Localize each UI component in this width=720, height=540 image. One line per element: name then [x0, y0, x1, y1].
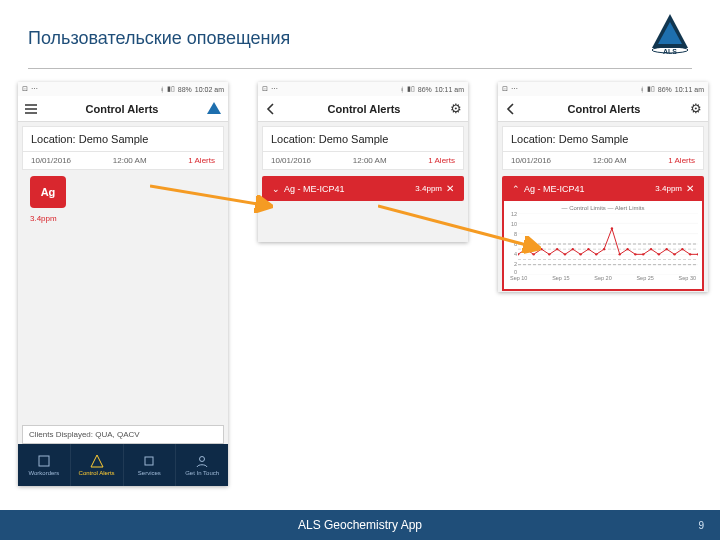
appbar-title: Control Alerts	[86, 103, 159, 115]
svg-point-24	[548, 253, 550, 255]
svg-point-30	[595, 253, 597, 255]
svg-point-28	[579, 253, 581, 255]
signal-icon: ▮▯	[647, 85, 655, 93]
tab-control-alerts[interactable]: Control Alerts	[71, 444, 124, 486]
chart-x-axis: Sep 10 Sep 15 Sep 20 Sep 25 Sep 30	[508, 275, 698, 281]
meta-row: 10/01/2016 12:00 AM 1 Alerts	[502, 152, 704, 170]
tab-workorders[interactable]: Workorders	[18, 444, 71, 486]
tab-label: Services	[138, 470, 161, 476]
alert-row-expanded[interactable]: ⌃Ag - ME-ICP41 3.4ppm✕	[502, 176, 704, 201]
status-time: 10:11 am	[435, 86, 464, 93]
appbar-title: Control Alerts	[328, 103, 401, 115]
battery-text: 86%	[658, 86, 672, 93]
alert-row-collapsed[interactable]: ⌄Ag - ME-ICP41 3.4ppm✕	[262, 176, 464, 201]
signal-icon: ▮▯	[167, 85, 175, 93]
meta-row: 10/01/2016 12:00 AM 1 Alerts	[262, 152, 464, 170]
svg-text:ALS: ALS	[663, 48, 677, 55]
tab-services[interactable]: Services	[124, 444, 177, 486]
bottom-tabbar: Workorders Control Alerts Services Get I…	[18, 444, 228, 486]
screenshot-icon: ⊡	[262, 85, 268, 93]
close-icon[interactable]: ✕	[686, 183, 694, 194]
back-icon[interactable]	[264, 102, 278, 116]
svg-point-26	[564, 253, 566, 255]
location-header[interactable]: Location: Demo Sample	[22, 126, 224, 152]
bluetooth-icon: ᚼ	[640, 86, 644, 93]
svg-point-33	[619, 253, 621, 255]
alert-count: 1 Alerts	[668, 156, 695, 165]
footer-title: ALS Geochemistry App	[298, 518, 422, 532]
status-time: 10:02 am	[195, 86, 224, 93]
slide-footer: ALS Geochemistry App 9	[0, 510, 720, 540]
flow-arrow-2	[378, 200, 548, 260]
screenshot-icon: ⊡	[502, 85, 508, 93]
alert-count: 1 Alerts	[188, 156, 215, 165]
signal-icon: ▮▯	[407, 85, 415, 93]
chevron-up-icon: ⌃	[512, 184, 520, 194]
slide-title: Пользовательские оповещения	[28, 28, 290, 49]
location-header[interactable]: Location: Demo Sample	[262, 126, 464, 152]
element-chip[interactable]: Ag	[30, 176, 66, 208]
alert-label: Ag - ME-ICP41	[524, 184, 585, 194]
alert-value: 3.4ppm	[415, 184, 442, 193]
location-header[interactable]: Location: Demo Sample	[502, 126, 704, 152]
meta-date: 10/01/2016	[271, 156, 311, 165]
tab-get-in-touch[interactable]: Get In Touch	[176, 444, 228, 486]
more-icon: ⋯	[31, 85, 38, 93]
app-bar: Control Alerts ⚙	[498, 96, 708, 122]
svg-rect-7	[145, 457, 153, 465]
svg-rect-5	[39, 456, 49, 466]
svg-point-34	[626, 248, 628, 250]
svg-point-36	[642, 253, 644, 255]
app-bar: Control Alerts ⚙	[258, 96, 468, 122]
phone-screenshot-chart: ⊡ ⋯ ᚼ ▮▯ 86% 10:11 am Control Alerts ⚙ L…	[498, 82, 708, 292]
svg-point-29	[587, 248, 589, 250]
meta-time: 12:00 AM	[593, 156, 627, 165]
tab-label: Workorders	[28, 470, 59, 476]
svg-marker-6	[91, 455, 103, 467]
svg-line-44	[150, 186, 270, 206]
als-logo: ALS	[648, 12, 692, 56]
android-statusbar: ⊡ ⋯ ᚼ ▮▯ 88% 10:02 am	[18, 82, 228, 96]
clients-displayed-bar[interactable]: Clients Displayed: QUA, QACV	[22, 425, 224, 444]
meta-date: 10/01/2016	[511, 156, 551, 165]
status-time: 10:11 am	[675, 86, 704, 93]
android-statusbar: ⊡ ⋯ ᚼ ▮▯ 86% 10:11 am	[258, 82, 468, 96]
svg-marker-4	[207, 102, 221, 114]
svg-point-37	[650, 248, 652, 250]
svg-point-40	[673, 253, 675, 255]
als-mini-logo	[206, 101, 222, 117]
meta-time: 12:00 AM	[113, 156, 147, 165]
more-icon: ⋯	[511, 85, 518, 93]
gear-icon[interactable]: ⚙	[690, 101, 702, 116]
back-icon[interactable]	[504, 102, 518, 116]
svg-point-38	[658, 253, 660, 255]
svg-line-45	[378, 206, 538, 248]
alert-value: 3.4ppm	[655, 184, 682, 193]
tab-label: Control Alerts	[79, 470, 115, 476]
svg-point-35	[634, 253, 636, 255]
meta-row: 10/01/2016 12:00 AM 1 Alerts	[22, 152, 224, 170]
battery-text: 86%	[418, 86, 432, 93]
svg-point-31	[603, 248, 605, 250]
alert-count: 1 Alerts	[428, 156, 455, 165]
android-statusbar: ⊡ ⋯ ᚼ ▮▯ 86% 10:11 am	[498, 82, 708, 96]
meta-date: 10/01/2016	[31, 156, 71, 165]
svg-point-42	[689, 253, 691, 255]
app-bar: Control Alerts	[18, 96, 228, 122]
svg-point-8	[200, 457, 205, 462]
close-icon[interactable]: ✕	[446, 183, 454, 194]
hamburger-icon[interactable]	[24, 102, 38, 116]
gear-icon[interactable]: ⚙	[450, 101, 462, 116]
svg-point-25	[556, 248, 558, 250]
page-number: 9	[698, 520, 704, 531]
flow-arrow-1	[150, 178, 280, 218]
more-icon: ⋯	[271, 85, 278, 93]
alert-label: Ag - ME-ICP41	[284, 184, 345, 194]
svg-point-32	[611, 227, 613, 229]
svg-point-39	[665, 248, 667, 250]
screenshot-icon: ⊡	[22, 85, 28, 93]
svg-point-41	[681, 248, 683, 250]
meta-time: 12:00 AM	[353, 156, 387, 165]
svg-point-43	[697, 253, 698, 255]
header-rule	[28, 68, 692, 69]
